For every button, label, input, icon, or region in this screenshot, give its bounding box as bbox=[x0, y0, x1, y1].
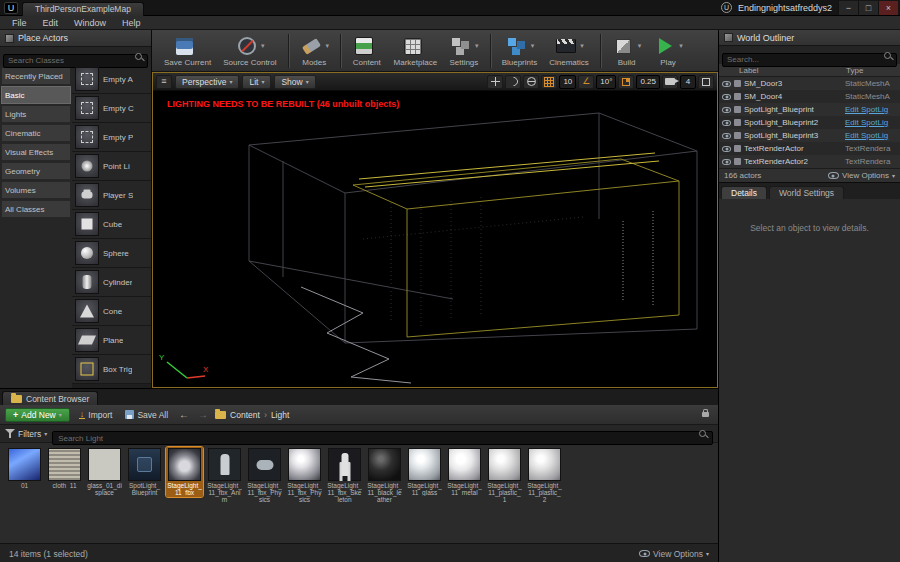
viewport[interactable]: ≡ Perspective ▾ Lit ▾ Show ▾ bbox=[152, 72, 718, 388]
settings-button[interactable]: ▾Settings bbox=[443, 35, 485, 67]
save-current-button[interactable]: ▾Save Current bbox=[158, 35, 217, 67]
place-item-cylinder[interactable]: Cylinder bbox=[72, 268, 151, 297]
close-button[interactable]: × bbox=[878, 1, 898, 15]
lock-icon[interactable] bbox=[702, 412, 709, 417]
scale-snap-toggle[interactable] bbox=[618, 75, 634, 89]
place-item-sphere[interactable]: Sphere bbox=[72, 239, 151, 268]
content-browser-view-options[interactable]: View Options ▾ bbox=[639, 549, 709, 559]
asset-glass-01-displace[interactable]: glass_01_displace bbox=[86, 447, 123, 497]
outliner-row-textrenderactor2[interactable]: TextRenderActor2TextRendera bbox=[719, 155, 900, 168]
forward-button[interactable]: → bbox=[196, 409, 210, 420]
camera-mode-button[interactable]: Perspective ▾ bbox=[175, 75, 239, 89]
asset-stagelight-11-fbx[interactable]: StageLight_11_fbx bbox=[166, 447, 203, 497]
asset-spotlight-blueprint[interactable]: SpotLight_Blueprint bbox=[126, 447, 163, 497]
world-space-icon[interactable] bbox=[523, 75, 539, 89]
show-flags-button[interactable]: Show ▾ bbox=[274, 75, 315, 89]
import-button[interactable]: ↓ Import bbox=[75, 409, 117, 421]
rotation-snap-toggle[interactable]: ∠ bbox=[578, 75, 594, 89]
visibility-eye-icon[interactable] bbox=[722, 81, 731, 87]
scale-snap-value[interactable]: 0.25 bbox=[636, 75, 660, 89]
build-button[interactable]: ▾Build bbox=[606, 35, 648, 67]
transform-move-icon[interactable] bbox=[487, 75, 503, 89]
asset-stagelight-11-fbx-physics[interactable]: StageLight_11_fbx_Physics bbox=[286, 447, 323, 504]
place-item-point-li[interactable]: Point Li bbox=[72, 152, 151, 181]
tab-content-browser[interactable]: Content Browser bbox=[2, 391, 98, 405]
add-new-button[interactable]: + Add New ▾ bbox=[5, 408, 70, 422]
place-category-basic[interactable]: Basic bbox=[1, 86, 71, 104]
menu-edit[interactable]: Edit bbox=[35, 18, 67, 28]
edit-blueprint-link[interactable]: Edit SpotLig bbox=[845, 105, 897, 114]
visibility-eye-icon[interactable] bbox=[722, 120, 731, 126]
rotation-snap-value[interactable]: 10° bbox=[596, 75, 616, 89]
filters-button[interactable]: Filters ▾ bbox=[5, 429, 47, 439]
back-button[interactable]: ← bbox=[177, 409, 191, 420]
maximize-button[interactable]: □ bbox=[858, 1, 878, 15]
outliner-row-sm-door3[interactable]: SM_Door3StaticMeshA bbox=[719, 77, 900, 90]
place-item-box-trig[interactable]: Box Trig bbox=[72, 355, 151, 384]
save-all-button[interactable]: Save All bbox=[121, 409, 172, 421]
outliner-row-spotlight-blueprint3[interactable]: SpotLight_Blueprint3Edit SpotLig bbox=[719, 129, 900, 142]
asset-01[interactable]: 01 bbox=[6, 447, 43, 490]
menu-window[interactable]: Window bbox=[66, 18, 114, 28]
outliner-search-input[interactable] bbox=[722, 53, 897, 67]
place-item-plane[interactable]: Plane bbox=[72, 326, 151, 355]
asset-stagelight-11-plastic-2[interactable]: StageLight_11_plastic_2 bbox=[526, 447, 563, 504]
visibility-eye-icon[interactable] bbox=[722, 107, 731, 113]
cinematics-button[interactable]: ▾Cinematics bbox=[543, 35, 595, 67]
tab-world-settings[interactable]: World Settings bbox=[769, 186, 844, 199]
visibility-eye-icon[interactable] bbox=[722, 146, 731, 152]
minimize-button[interactable]: − bbox=[838, 1, 858, 15]
place-item-empty-p[interactable]: Empty P bbox=[72, 123, 151, 152]
blueprints-button[interactable]: ▾Blueprints bbox=[496, 35, 544, 67]
modes-button[interactable]: ▾Modes bbox=[294, 35, 336, 67]
viewport-options-button[interactable]: ≡ bbox=[156, 75, 172, 89]
place-category-all-classes[interactable]: All Classes bbox=[1, 200, 71, 218]
asset-stagelight-11-metal[interactable]: StageLight_11_metal bbox=[446, 447, 483, 497]
camera-speed-button[interactable] bbox=[662, 75, 678, 89]
asset-stagelight-11-fbx-skeleton[interactable]: StageLight_11_fbx_Skeleton bbox=[326, 447, 363, 504]
marketplace-button[interactable]: ▾Marketplace bbox=[388, 35, 444, 67]
asset-stagelight-11-fbx-physics[interactable]: StageLight_11_fbx_Physics bbox=[246, 447, 283, 504]
menu-file[interactable]: File bbox=[4, 18, 35, 28]
maximize-viewport-button[interactable] bbox=[698, 75, 714, 89]
view-mode-button[interactable]: Lit ▾ bbox=[242, 75, 271, 89]
asset-search-input[interactable] bbox=[52, 431, 713, 445]
search-classes-input[interactable] bbox=[3, 54, 148, 68]
menu-help[interactable]: Help bbox=[114, 18, 149, 28]
asset-stagelight-11-glass[interactable]: StageLight_11_glass bbox=[406, 447, 443, 497]
outliner-row-spotlight-blueprint[interactable]: SpotLight_BlueprintEdit SpotLig bbox=[719, 103, 900, 116]
outliner-row-textrenderactor[interactable]: TextRenderActorTextRendera bbox=[719, 142, 900, 155]
column-header-type[interactable]: Type bbox=[846, 66, 900, 75]
source-control-button[interactable]: ▾Source Control bbox=[217, 35, 282, 67]
place-category-recently-placed[interactable]: Recently Placed bbox=[1, 67, 71, 85]
asset-stagelight-11-plastic-1[interactable]: StageLight_11_plastic_1 bbox=[486, 447, 523, 504]
place-item-cone[interactable]: Cone bbox=[72, 297, 151, 326]
breadcrumb-light[interactable]: Light bbox=[271, 410, 289, 420]
outliner-row-spotlight-blueprint2[interactable]: SpotLight_Blueprint2Edit SpotLig bbox=[719, 116, 900, 129]
visibility-eye-icon[interactable] bbox=[722, 133, 731, 139]
camera-speed-value[interactable]: 4 bbox=[680, 75, 696, 89]
place-category-cinematic[interactable]: Cinematic bbox=[1, 124, 71, 142]
visibility-eye-icon[interactable] bbox=[722, 94, 731, 100]
play-button[interactable]: ▾Play bbox=[647, 35, 689, 67]
transform-rotate-icon[interactable] bbox=[505, 75, 521, 89]
outliner-row-sm-door4[interactable]: SM_Door4StaticMeshA bbox=[719, 90, 900, 103]
place-item-empty-c[interactable]: Empty C bbox=[72, 94, 151, 123]
place-item-empty-a[interactable]: Empty A bbox=[72, 65, 151, 94]
asset-stagelight-11-black-leather[interactable]: StageLight_11_black_leather bbox=[366, 447, 403, 504]
content-button[interactable]: ▾Content bbox=[346, 35, 388, 67]
tab-details[interactable]: Details bbox=[721, 186, 767, 199]
outliner-view-options[interactable]: View Options ▾ bbox=[828, 171, 895, 180]
edit-blueprint-link[interactable]: Edit SpotLig bbox=[845, 118, 897, 127]
place-category-volumes[interactable]: Volumes bbox=[1, 181, 71, 199]
map-tab[interactable]: ThirdPersonExampleMap bbox=[22, 2, 144, 16]
place-item-player-s[interactable]: Player S bbox=[72, 181, 151, 210]
column-header-label[interactable]: Label bbox=[719, 66, 846, 75]
asset-cloth-11[interactable]: cloth_11 bbox=[46, 447, 83, 490]
asset-stagelight-11-fbx-anim[interactable]: StageLight_11_fbx_Anim bbox=[206, 447, 243, 504]
edit-blueprint-link[interactable]: Edit SpotLig bbox=[845, 131, 897, 140]
visibility-eye-icon[interactable] bbox=[722, 159, 731, 165]
grid-snap-toggle[interactable] bbox=[541, 75, 557, 89]
place-category-geometry[interactable]: Geometry bbox=[1, 162, 71, 180]
breadcrumb-content[interactable]: Content bbox=[230, 410, 260, 420]
